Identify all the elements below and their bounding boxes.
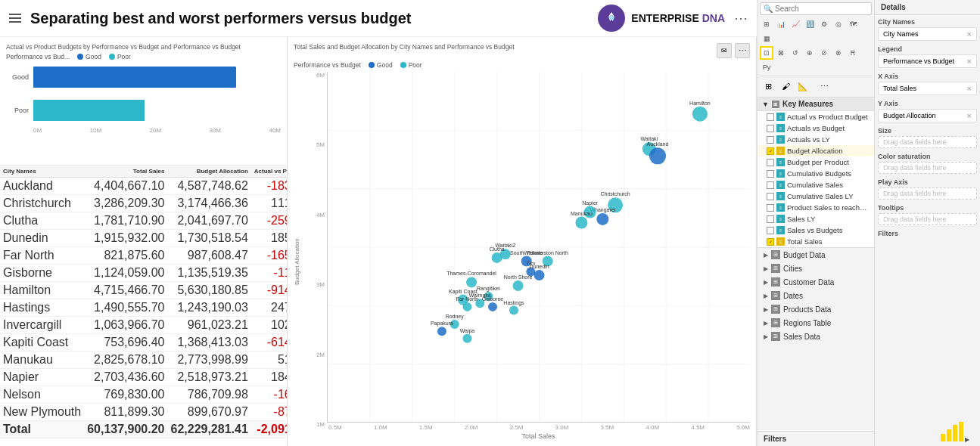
cell-actual: -165,732.87 [251,247,287,265]
cell-budget: 1,243,190.03 [167,299,250,317]
toolbar-icons-row2: ⊡ ⊠ ↺ ⊕ ⊘ ⊗ R Py [760,46,872,74]
table-row: Far North821,875.60987,608.47-165,732.87 [0,247,287,265]
toolbar-icon-more[interactable]: ▦ [760,32,773,45]
legend-good: Good [77,53,101,60]
toolbar-icon-bar[interactable]: 📊 [774,17,788,31]
hamburger-menu[interactable] [9,14,21,23]
y-axis-close[interactable]: × [967,111,972,120]
legend-close[interactable]: × [967,57,972,66]
field-group-item-4[interactable]: ▶⊞Products Data [758,302,874,316]
toolbar-icon-analytics[interactable]: 📐 [795,78,811,94]
table-section[interactable]: City Names Total Sales Budget Allocation… [0,166,287,446]
field-item-11[interactable]: ✓≡Total Sales [758,236,874,247]
toolbar-icon-format[interactable]: 🖌 [777,78,794,94]
field-item-3[interactable]: ✓≡Budget Allocation [758,145,874,156]
col-city[interactable]: City Names [0,166,84,178]
field-item-9[interactable]: ≡Sales LY [758,213,874,225]
cell-actual: 102,943.49 [251,317,287,334]
x-axis-field[interactable]: Total Sales × [878,82,977,95]
scatter-more-icon[interactable]: ⋯ [735,43,750,58]
cell-actual: -614,716.63 [251,334,287,352]
search-input[interactable] [775,5,868,13]
svg-text:Clutha: Clutha [489,246,504,252]
key-measures-toggle[interactable]: ▼ [762,101,769,108]
toolbar-icon-drill[interactable]: ⋯ [816,78,832,94]
field-group-item-2[interactable]: ▶⊞Customer Data [758,275,874,289]
cell-total-sales: 3,286,209.30 [84,195,167,212]
x-axis-close[interactable]: × [967,84,972,93]
toolbar-icon-r[interactable]: R [846,46,860,60]
bar-chart-section: Actual vs Product Budgets by Performance… [0,37,287,166]
field-item-7[interactable]: ≡Cumulative Sales LY [758,190,874,202]
toolbar-icon-pie[interactable]: ◎ [832,17,845,31]
toolbar-icon-6[interactable]: ⊗ [832,46,845,60]
svg-rect-64 [953,425,957,441]
cell-total-sales: 2,703,436.60 [84,369,167,386]
tooltips-drop[interactable]: Drag data fields here [878,213,977,225]
toolbar-icon-3[interactable]: ↺ [789,46,802,60]
svg-text:Dunedin: Dunedin [529,264,549,269]
svg-text:Christchurch: Christchurch [600,191,630,197]
col-actual[interactable]: Actual vs Product Budgets [251,166,287,178]
table-row: Auckland4,404,667.104,587,748.62-183,081… [0,178,287,195]
toolbar-icon-map[interactable]: 🗺 [846,17,860,31]
field-group-item-0[interactable]: ▶⊞Budget Data [758,248,874,262]
field-item-4[interactable]: ≡Budget per Product [758,156,874,168]
toolbar-icon-fields[interactable]: ⊞ [760,78,776,94]
table-row: Manukau2,825,678.102,773,998.9951,679.11 [0,352,287,369]
toolbar-icon-py[interactable]: Py [760,60,773,74]
search-box[interactable]: 🔍 [760,2,872,15]
field-item-1[interactable]: ≡Actuals vs Budget [758,122,874,134]
cell-total-sales: 821,875.60 [84,247,167,265]
city-names-field[interactable]: City Names × [878,27,977,41]
field-group-item-5[interactable]: ▶⊞Regions Table [758,316,874,330]
toolbar-icons-row3: ⊞ 🖌 📐 ⋯ [760,76,872,94]
cell-budget: 987,608.47 [167,247,250,265]
toolbar-icon-active[interactable]: ⊡ [760,46,773,60]
svg-point-42 [466,277,477,287]
x-axis-labels: 0.5M 1.0M 1.5M 2.0M 2.5M 3.0M 3.5M 4.0M … [327,424,750,431]
y-axis-field[interactable]: Budget Allocation × [878,109,977,122]
fields-list: ≡Actual vs Product Budget≡Actuals vs Bud… [758,111,874,248]
field-item-5[interactable]: ≡Cumulative Budgets [758,168,874,179]
toolbar-icon-area[interactable]: 🔢 [803,17,817,31]
field-item-8[interactable]: ≡Product Sales to reach b... [758,202,874,213]
field-item-2[interactable]: ≡Actuals vs LY [758,134,874,145]
toolbar-icon-2[interactable]: ⊠ [774,46,788,60]
cell-total-sales: 1,124,059.00 [84,265,167,282]
toolbar-icon-line[interactable]: 📈 [789,17,802,31]
legend-poor: Poor [109,53,131,60]
col-budget[interactable]: Budget Allocation [167,166,250,178]
field-item-10[interactable]: ≡Sales vs Budgets [758,225,874,236]
field-item-6[interactable]: ≡Cumulative Sales [758,179,874,190]
toolbar-icon-scatter[interactable]: ⚙ [817,17,831,31]
svg-point-18 [649,147,666,164]
toolbar-icon-table[interactable]: ⊞ [760,17,773,31]
scatter-email-icon[interactable]: ✉ [717,43,732,58]
toolbar-icon-5[interactable]: ⊘ [817,46,831,60]
svg-point-54 [509,306,518,315]
toolbar-icon-4[interactable]: ⊕ [803,46,817,60]
field-group-item-6[interactable]: ▶⊞Sales Data [758,330,874,343]
col-total-sales[interactable]: Total Sales [84,166,167,178]
size-drop[interactable]: Drag data fields here [878,136,977,148]
bar-chart-legend: Performance vs Bud... Good Poor [6,53,281,60]
bar-track-poor [33,100,281,121]
scatter-plot-area: HamiltonWaitakiAucklandChristchurchWhang… [327,72,750,423]
field-item-0[interactable]: ≡Actual vs Product Budget [758,111,874,122]
x-axis-title: Total Sales [327,432,750,440]
svg-point-40 [513,280,524,291]
y-axis-label-section: Y Axis [878,100,977,107]
more-options-icon[interactable]: ⋯ [734,10,748,26]
field-group-item-3[interactable]: ▶⊞Dates [758,289,874,302]
color-saturation-drop[interactable]: Drag data fields here [878,162,977,174]
play-axis-drop[interactable]: Drag data fields here [878,187,977,200]
city-names-close[interactable]: × [967,29,972,39]
table-row: Clutha1,781,710.902,041,697.70-259,986.8… [0,212,287,230]
good-dot [77,54,83,60]
field-group-item-1[interactable]: ▶⊞Cities [758,262,874,275]
tooltips-label: Tooltips [878,204,977,212]
table-row: Christchurch3,286,209.303,174,466.36111,… [0,195,287,212]
scatter-plot-container: Budget Allocation 6M 5M 4M 3M 2M 1M [294,72,750,440]
legend-field[interactable]: Performance vs Budget × [878,54,977,68]
